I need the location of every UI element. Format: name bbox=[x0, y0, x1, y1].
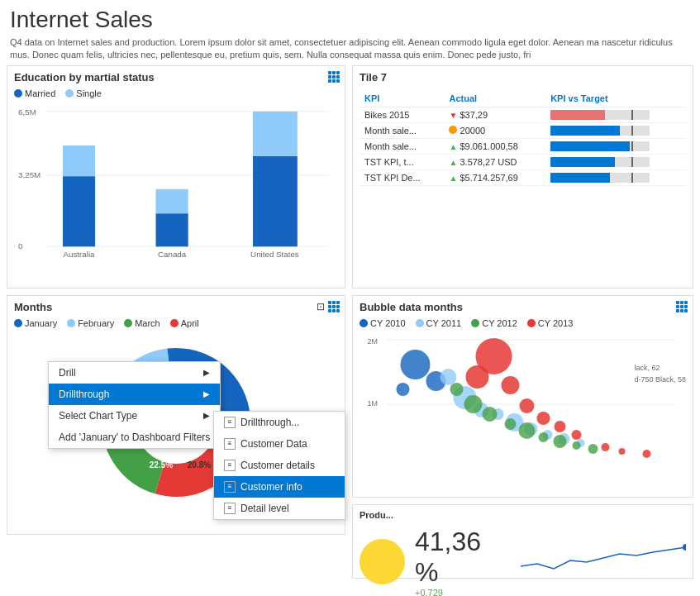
context-menu: Drill ▶ Drillthrough ▶ Select Chart Type… bbox=[48, 361, 221, 449]
submenu-customer-details[interactable]: ≡ Customer details bbox=[214, 455, 345, 476]
tile7-col-target: KPI vs Target bbox=[545, 90, 686, 107]
submenu-customer-info[interactable]: ≡ Customer info bbox=[214, 476, 345, 498]
menu-item-drillthrough[interactable]: Drillthrough ▶ bbox=[49, 384, 220, 405]
cy2011-dot bbox=[416, 319, 424, 327]
bar-australia-married[interactable] bbox=[63, 176, 95, 246]
menu-item-drill[interactable]: Drill ▶ bbox=[49, 362, 220, 384]
drill-arrow-icon: ▶ bbox=[203, 368, 210, 377]
bar-canada-single[interactable] bbox=[156, 189, 188, 213]
legend-cy2011-label: CY 2011 bbox=[426, 318, 462, 328]
table-row: Month sale... ▲ $9.061.000,58 bbox=[360, 138, 686, 154]
bubble[interactable] bbox=[505, 418, 517, 430]
education-title: Education by martial status bbox=[7, 66, 345, 87]
expand-icon[interactable]: ⊡ bbox=[317, 301, 325, 312]
bubble[interactable] bbox=[573, 441, 581, 450]
row-actual-1: 20000 bbox=[444, 122, 545, 138]
tile7-table: KPI Actual KPI vs Target Bikes 2015 ▼ $3… bbox=[360, 90, 686, 186]
bubble[interactable] bbox=[464, 395, 483, 413]
bubble[interactable] bbox=[588, 444, 598, 454]
svg-text:United States: United States bbox=[250, 250, 299, 259]
bubble[interactable] bbox=[502, 376, 520, 394]
legend-cy2013: CY 2013 bbox=[527, 318, 574, 328]
table-row: TST KPI, t... ▲ 3.578,27 USD bbox=[360, 154, 686, 169]
menu-item-dashboard-filter[interactable]: Add 'January' to Dashboard Filters bbox=[49, 427, 220, 448]
bubble[interactable] bbox=[554, 435, 567, 448]
submenu-detail-level[interactable]: ≡ Detail level bbox=[214, 498, 345, 519]
legend-february: February bbox=[67, 318, 114, 328]
row-bar-0 bbox=[545, 107, 686, 122]
menu-item-drillthrough-label: Drillthrough bbox=[59, 389, 109, 400]
single-dot bbox=[65, 89, 74, 98]
months-panel-icon[interactable] bbox=[328, 301, 340, 312]
product-content: Produ... 41,36 % +0,729 bbox=[353, 505, 693, 596]
submenu-icon-0: ≡ bbox=[224, 417, 236, 428]
bubble[interactable] bbox=[519, 422, 536, 439]
svg-text:6,5M: 6,5M bbox=[18, 107, 36, 117]
education-panel: Education by martial status Married Sing… bbox=[7, 65, 345, 288]
bubble-panel: Bubble data months CY 2010 CY bbox=[352, 295, 693, 498]
tile7-title: Tile 7 bbox=[353, 66, 693, 87]
legend-cy2010: CY 2010 bbox=[360, 318, 406, 328]
bubble-side-info: lack, 62 d-750 Black, 58 bbox=[634, 362, 686, 386]
bubble-panel-icon[interactable] bbox=[676, 301, 688, 312]
indicator-up-2: ▲ bbox=[449, 142, 457, 151]
row-kpi-4: TST KPI De... bbox=[360, 169, 444, 185]
svg-text:1M: 1M bbox=[368, 399, 379, 408]
table-row: Month sale... 20000 bbox=[360, 122, 686, 138]
product-percent: 41,36 % bbox=[415, 527, 511, 588]
sparkline bbox=[521, 537, 686, 587]
submenu-customer-data[interactable]: ≡ Customer Data bbox=[214, 433, 345, 455]
submenu-customer-details-label: Customer details bbox=[240, 460, 315, 471]
drillthrough-arrow-icon: ▶ bbox=[203, 389, 210, 398]
row-bar-2 bbox=[545, 138, 686, 154]
sparkline-svg bbox=[521, 537, 686, 579]
bubble[interactable] bbox=[397, 383, 410, 396]
bubble[interactable] bbox=[619, 448, 626, 455]
product-delta: +0,729 bbox=[415, 588, 511, 596]
menu-item-chart-type[interactable]: Select Chart Type ▶ bbox=[49, 405, 220, 427]
bubble[interactable] bbox=[466, 365, 489, 389]
legend-cy2010-label: CY 2010 bbox=[370, 318, 406, 328]
bubble[interactable] bbox=[440, 369, 457, 385]
svg-text:20.8%: 20.8% bbox=[188, 460, 211, 470]
page-header: Internet Sales Q4 data on Internet sales… bbox=[0, 0, 700, 65]
bubble[interactable] bbox=[483, 407, 498, 422]
education-bar-chart: 6,5M 3,25M 0 Aus bbox=[7, 102, 345, 275]
april-dot bbox=[170, 319, 179, 327]
page-subtitle: Q4 data on Internet sales and production… bbox=[10, 36, 690, 62]
bubble[interactable] bbox=[572, 430, 582, 440]
row-bar-1 bbox=[545, 122, 686, 138]
menu-item-chart-type-label: Select Chart Type bbox=[59, 410, 137, 422]
legend-married: Married bbox=[14, 88, 55, 98]
bubble[interactable] bbox=[450, 383, 464, 396]
bubble[interactable] bbox=[401, 350, 431, 379]
bar-australia-single[interactable] bbox=[63, 145, 95, 176]
bubble[interactable] bbox=[555, 421, 566, 432]
bar-us-single[interactable] bbox=[253, 112, 298, 156]
tile7-col-kpi: KPI bbox=[360, 90, 444, 107]
row-bar-3 bbox=[545, 154, 686, 169]
product-circle bbox=[360, 539, 405, 584]
bubble[interactable] bbox=[537, 412, 550, 425]
bubble[interactable] bbox=[602, 443, 610, 451]
submenu: ≡ Drillthrough... ≡ Customer Data ≡ Cust… bbox=[213, 411, 345, 520]
menu-item-drill-label: Drill bbox=[59, 367, 76, 379]
sparkline-line bbox=[521, 547, 686, 569]
bubble[interactable] bbox=[520, 398, 535, 413]
legend-cy2011: CY 2011 bbox=[416, 318, 462, 328]
indicator-down-0: ▼ bbox=[449, 111, 457, 120]
bar-us-married[interactable] bbox=[253, 155, 298, 246]
row-1: Education by martial status Married Sing… bbox=[7, 65, 693, 288]
bar-canada-married[interactable] bbox=[156, 213, 188, 246]
product-panel: Produ... 41,36 % +0,729 bbox=[352, 504, 693, 579]
submenu-drillthrough[interactable]: ≡ Drillthrough... bbox=[214, 412, 345, 433]
svg-text:2M: 2M bbox=[368, 337, 379, 346]
education-panel-icon[interactable] bbox=[328, 71, 340, 83]
legend-single-label: Single bbox=[76, 88, 102, 98]
row-kpi-1: Month sale... bbox=[360, 122, 444, 138]
bubble[interactable] bbox=[643, 450, 651, 458]
bubble[interactable] bbox=[539, 432, 549, 442]
tile7-panel: Tile 7 KPI Actual KPI vs Target Bikes 20… bbox=[352, 65, 693, 288]
months-legend: January February March April bbox=[7, 317, 345, 331]
legend-cy2012-label: CY 2012 bbox=[482, 318, 517, 328]
